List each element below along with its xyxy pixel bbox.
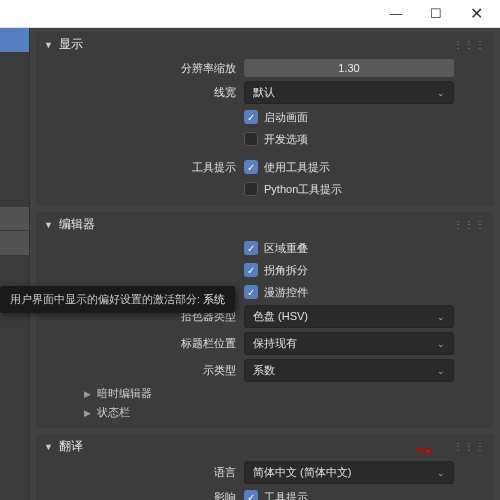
chevron-down-icon: ⌄ bbox=[437, 88, 445, 98]
region-overlap-label: 区域重叠 bbox=[264, 241, 308, 256]
python-tooltips-checkbox[interactable] bbox=[244, 182, 258, 196]
chevron-down-icon: ⌄ bbox=[437, 468, 445, 478]
picker-type-dropdown[interactable]: 色盘 (HSV)⌄ bbox=[244, 305, 454, 328]
chevron-down-icon: ⌄ bbox=[437, 312, 445, 322]
panel-display: ▼ 显示 ⋮⋮⋮ 分辨率缩放 1.30 线宽 默认⌄ ✓启动画面 bbox=[36, 32, 494, 206]
language-dropdown[interactable]: 简体中文 (简体中文)⌄ bbox=[244, 461, 454, 484]
chevron-down-icon: ⌄ bbox=[437, 339, 445, 349]
corner-split-label: 拐角拆分 bbox=[264, 263, 308, 278]
hover-tooltip: 用户界面中显示的偏好设置的激活部分: 系统 bbox=[0, 286, 235, 313]
sidebar-tab-1[interactable] bbox=[0, 207, 29, 231]
devopts-checkbox[interactable] bbox=[244, 132, 258, 146]
disclosure-right-icon: ▶ bbox=[84, 389, 91, 399]
splash-label: 启动画面 bbox=[264, 110, 308, 125]
factor-type-label: 示类型 bbox=[44, 363, 244, 378]
header-pos-label: 标题栏位置 bbox=[44, 336, 244, 351]
panel-editor: ▼ 编辑器 ⋮⋮⋮ ✓区域重叠 ✓拐角拆分 ✓漫游控件 拾色器类型色盘 (HSV… bbox=[36, 212, 494, 428]
disclosure-down-icon: ▼ bbox=[44, 40, 53, 50]
language-label: 语言 bbox=[44, 465, 244, 480]
python-tooltips-label: Python工具提示 bbox=[264, 182, 342, 197]
use-tooltips-checkbox[interactable]: ✓ bbox=[244, 160, 258, 174]
panel-translate-title: 翻译 bbox=[59, 438, 83, 455]
sub-temp-editor[interactable]: ▶暗时编辑器 bbox=[36, 384, 494, 403]
factor-type-dropdown[interactable]: 系数⌄ bbox=[244, 359, 454, 382]
panel-menu-icon[interactable]: ⋮⋮⋮ bbox=[453, 441, 486, 452]
resolution-scale-field[interactable]: 1.30 bbox=[244, 59, 454, 77]
panel-translate: ▼ 翻译 ⋮⋮⋮ 语言简体中文 (简体中文)⌄ 影响✓工具提示 ✓界面 ✓新建数… bbox=[36, 434, 494, 500]
tooltips-row-label: 工具提示 bbox=[44, 160, 244, 175]
use-tooltips-label: 使用工具提示 bbox=[264, 160, 330, 175]
linewidth-label: 线宽 bbox=[44, 85, 244, 100]
splash-checkbox[interactable]: ✓ bbox=[244, 110, 258, 124]
minimize-button[interactable]: — bbox=[376, 2, 416, 26]
linewidth-dropdown[interactable]: 默认⌄ bbox=[244, 81, 454, 104]
sub-status-bar[interactable]: ▶状态栏 bbox=[36, 403, 494, 422]
panel-editor-title: 编辑器 bbox=[59, 216, 95, 233]
translate-tooltips-label: 工具提示 bbox=[264, 490, 308, 501]
resolution-scale-label: 分辨率缩放 bbox=[44, 61, 244, 76]
panel-display-header[interactable]: ▼ 显示 ⋮⋮⋮ bbox=[36, 32, 494, 57]
region-overlap-checkbox[interactable]: ✓ bbox=[244, 241, 258, 255]
preferences-main: ▼ 显示 ⋮⋮⋮ 分辨率缩放 1.30 线宽 默认⌄ ✓启动画面 bbox=[30, 28, 500, 500]
maximize-button[interactable]: ☐ bbox=[416, 2, 456, 26]
panel-translate-header[interactable]: ▼ 翻译 ⋮⋮⋮ bbox=[36, 434, 494, 459]
navigate-widget-label: 漫游控件 bbox=[264, 285, 308, 300]
titlebar: — ☐ ✕ bbox=[0, 0, 500, 28]
panel-display-title: 显示 bbox=[59, 36, 83, 53]
corner-split-checkbox[interactable]: ✓ bbox=[244, 263, 258, 277]
panel-editor-header[interactable]: ▼ 编辑器 ⋮⋮⋮ bbox=[36, 212, 494, 237]
sidebar-tab-2[interactable] bbox=[0, 231, 29, 255]
left-tabs bbox=[0, 28, 30, 500]
disclosure-down-icon: ▼ bbox=[44, 442, 53, 452]
disclosure-right-icon: ▶ bbox=[84, 408, 91, 418]
navigate-widget-checkbox[interactable]: ✓ bbox=[244, 285, 258, 299]
panel-menu-icon[interactable]: ⋮⋮⋮ bbox=[453, 219, 486, 230]
affects-label: 影响 bbox=[44, 490, 244, 501]
chevron-down-icon: ⌄ bbox=[437, 366, 445, 376]
close-button[interactable]: ✕ bbox=[456, 2, 496, 26]
disclosure-down-icon: ▼ bbox=[44, 220, 53, 230]
devopts-label: 开发选项 bbox=[264, 132, 308, 147]
header-pos-dropdown[interactable]: 保持现有⌄ bbox=[244, 332, 454, 355]
panel-menu-icon[interactable]: ⋮⋮⋮ bbox=[453, 39, 486, 50]
translate-tooltips-checkbox[interactable]: ✓ bbox=[244, 490, 258, 500]
sidebar-tab-active[interactable] bbox=[0, 28, 29, 52]
